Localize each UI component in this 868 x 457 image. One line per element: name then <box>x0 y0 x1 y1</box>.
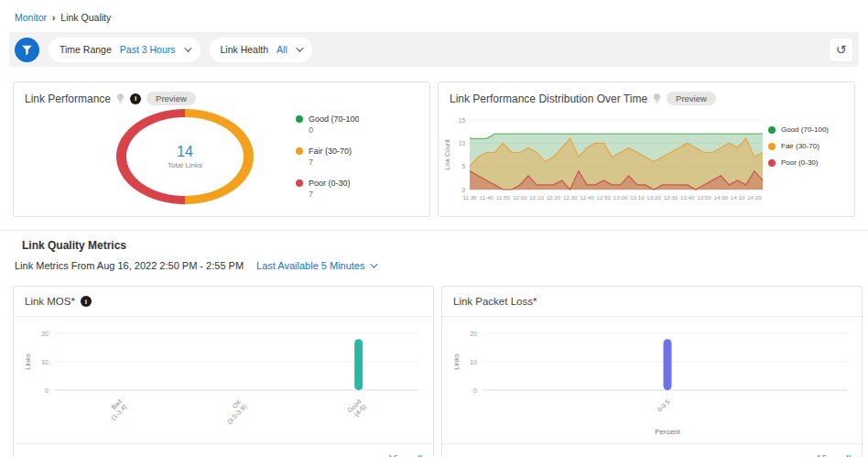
svg-text:15: 15 <box>459 117 466 124</box>
svg-text:12:40: 12:40 <box>580 194 594 201</box>
breadcrumb-monitor-link[interactable]: Monitor <box>15 12 47 23</box>
svg-text:14:00: 14:00 <box>714 194 729 201</box>
svg-text:14:20: 14:20 <box>747 194 762 201</box>
breadcrumb-chevron-icon: › <box>52 13 55 23</box>
time-range-label: Time Range <box>60 44 112 55</box>
svg-text:20: 20 <box>470 331 477 337</box>
time-range-value: Past 3 Hours <box>120 44 176 55</box>
legend-item-good: Good (70-100) 0 <box>296 114 359 135</box>
legend-dot-fair <box>296 147 303 155</box>
svg-text:11:50: 11:50 <box>496 194 511 201</box>
legend-label: Good (70-100) <box>781 125 829 134</box>
svg-text:14:10: 14:10 <box>731 194 745 201</box>
link-health-label: Link Health <box>221 44 269 55</box>
last-available-label: Last Available 5 Minutes <box>256 260 364 271</box>
view-all-link[interactable]: View all <box>389 453 422 457</box>
svg-text:Bad(1-3.4): Bad(1-3.4) <box>105 398 129 422</box>
legend-dot-poor <box>768 159 776 167</box>
svg-text:12:20: 12:20 <box>547 194 561 201</box>
legend-dot-poor <box>296 180 303 187</box>
area-chart-legend: Good (70-100) Fair (30-70) Poor (0-30) <box>768 125 851 212</box>
preview-badge: Preview <box>146 92 196 105</box>
total-links-label: Total Links <box>168 161 202 169</box>
legend-item-fair: Fair (30-70) 7 <box>296 147 359 167</box>
total-links-value: 14 <box>177 144 193 160</box>
time-range-dropdown[interactable]: Time Range Past 3 Hours <box>49 38 201 62</box>
svg-text:0-0.5: 0-0.5 <box>656 398 670 413</box>
svg-text:10: 10 <box>459 140 466 147</box>
legend-item-poor: Poor (0-30) <box>768 158 851 167</box>
reset-filters-icon[interactable]: ↺ <box>829 38 853 62</box>
card-title: Link Performance Distribution Over Time <box>450 92 647 105</box>
svg-text:5: 5 <box>461 163 465 169</box>
hint-icon <box>653 93 661 103</box>
link-packet-loss-card: Link Packet Loss* 010200-0.5PercentLinks… <box>441 286 863 457</box>
hint-icon <box>116 93 125 103</box>
chevron-down-icon <box>370 260 377 267</box>
legend-dot-good <box>768 126 776 134</box>
breadcrumb-current: Link Quality <box>60 12 111 23</box>
link-health-dropdown[interactable]: Link Health All <box>210 38 312 62</box>
svg-text:Good(4-5): Good(4-5) <box>346 398 367 419</box>
legend-value: 0 <box>309 125 359 135</box>
card-title: Link MOS* <box>25 296 75 307</box>
legend-value: 7 <box>309 158 352 167</box>
donut-legend: Good (70-100) 0 Fair (30-70) 7 Poor (0-3… <box>296 114 359 199</box>
svg-text:Percent: Percent <box>655 428 680 436</box>
packet-loss-bar-chart: 010200-0.5PercentLinks <box>448 321 856 440</box>
legend-item-poor: Poor (0-30) 7 <box>296 179 359 199</box>
stacked-area-chart: 05101511:3011:4011:5012:0012:1012:2012:3… <box>442 111 768 212</box>
legend-label: Poor (0-30) <box>781 158 818 167</box>
legend-dot-good <box>296 115 303 123</box>
legend-label: Poor (0-30) <box>309 179 351 188</box>
chevron-down-icon <box>296 44 303 51</box>
card-title: Link Packet Loss* <box>453 296 537 307</box>
legend-value: 7 <box>309 190 351 199</box>
svg-text:13:00: 13:00 <box>613 194 628 201</box>
svg-text:13:20: 13:20 <box>646 194 661 201</box>
section-title: Link Quality Metrics <box>0 231 868 252</box>
link-health-value: All <box>277 44 288 55</box>
info-icon[interactable]: i <box>130 93 141 104</box>
svg-text:10: 10 <box>41 359 49 365</box>
svg-text:13:30: 13:30 <box>664 194 678 201</box>
svg-text:12:50: 12:50 <box>597 194 612 201</box>
svg-text:10: 10 <box>470 359 477 365</box>
svg-text:12:00: 12:00 <box>513 194 527 201</box>
svg-text:0: 0 <box>45 387 49 394</box>
info-icon[interactable]: i <box>81 296 92 307</box>
chevron-down-icon <box>184 44 191 51</box>
legend-dot-fair <box>768 143 776 150</box>
svg-text:13:40: 13:40 <box>680 194 695 201</box>
last-available-dropdown[interactable]: Last Available 5 Minutes <box>256 260 374 271</box>
mos-bar-chart: 01020Bad(1-3.4)OK(3.5-3.9)Good(4-5)Links <box>19 321 428 440</box>
svg-text:20: 20 <box>41 331 49 337</box>
filter-icon[interactable] <box>15 38 39 62</box>
legend-label: Fair (30-70) <box>309 147 352 156</box>
preview-badge: Preview <box>667 92 716 105</box>
legend-label: Fair (30-70) <box>781 142 819 150</box>
filter-bar: Time Range Past 3 Hours Link Health All … <box>9 32 859 67</box>
link-performance-card: Link Performance i Preview 14 Total Link… <box>13 82 430 217</box>
svg-text:0: 0 <box>461 187 465 193</box>
svg-text:0: 0 <box>473 387 477 394</box>
link-performance-distribution-card: Link Performance Distribution Over Time … <box>438 82 855 217</box>
svg-text:OK(3.5-3.9): OK(3.5-3.9) <box>221 398 248 426</box>
svg-text:Links: Links <box>24 354 32 370</box>
legend-item-fair: Fair (30-70) <box>768 142 851 150</box>
svg-text:12:30: 12:30 <box>563 194 578 201</box>
donut-chart: 14 Total Links <box>116 109 254 204</box>
card-title: Link Performance <box>25 92 111 105</box>
legend-item-good: Good (70-100) <box>768 125 851 134</box>
metrics-timeframe-text: Link Metrics From Aug 16, 2022 2:50 PM -… <box>15 260 244 271</box>
svg-text:11:40: 11:40 <box>480 194 494 201</box>
svg-text:13:50: 13:50 <box>697 194 711 201</box>
link-mos-card: Link MOS* i 01020Bad(1-3.4)OK(3.5-3.9)Go… <box>13 286 434 457</box>
svg-text:Links: Links <box>452 354 461 370</box>
breadcrumb: Monitor › Link Quality <box>0 0 868 23</box>
svg-text:11:30: 11:30 <box>462 194 477 201</box>
svg-text:13:10: 13:10 <box>630 194 645 201</box>
legend-label: Good (70-100) <box>309 114 359 124</box>
svg-text:Link Count: Link Count <box>444 139 450 170</box>
view-all-link[interactable]: View all <box>818 453 851 457</box>
